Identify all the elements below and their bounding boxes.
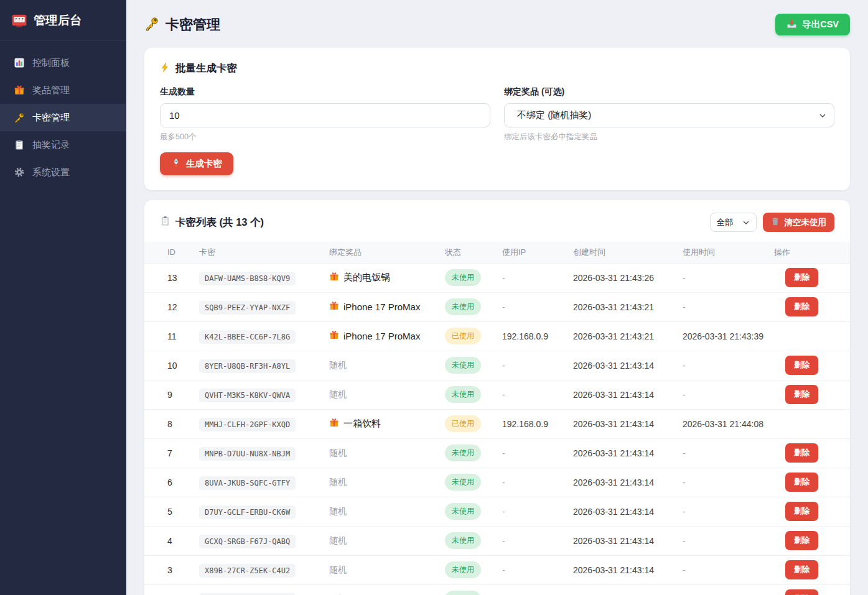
cell-prize: iPhone 17 ProMax (329, 330, 437, 342)
cell-ip: - (498, 468, 569, 497)
prize-field: 绑定奖品 (可选) 不绑定 (随机抽奖) 绑定后该卡密必中指定奖品 (504, 86, 834, 142)
svg-text:7: 7 (18, 17, 20, 21)
cell-used-at: - (679, 584, 770, 595)
status-badge: 未使用 (445, 561, 481, 578)
cell-used-at: - (679, 380, 770, 409)
delete-button[interactable]: 删除 (785, 297, 818, 316)
delete-button[interactable]: 删除 (785, 473, 818, 492)
prize-select[interactable]: 不绑定 (随机抽奖) (504, 103, 834, 127)
status-badge: 未使用 (445, 445, 481, 461)
app-title: 管理后台 (34, 12, 82, 29)
download-tray-icon (786, 19, 797, 31)
card-table: ID卡密绑定奖品状态使用IP创建时间使用时间操作 13DAFW-UAMS-B8S… (144, 242, 850, 595)
sidebar: 777 管理后台 控制面板奖品管理卡密管理抽奖记录系统设置 (0, 0, 126, 595)
sidebar-item-label: 抽奖记录 (32, 139, 70, 151)
delete-button[interactable]: 删除 (785, 531, 818, 550)
cell-prize: 随机 (329, 360, 347, 370)
status-badge: 未使用 (445, 269, 481, 286)
cell-id: 8 (144, 409, 195, 438)
status-badge: 已使用 (445, 415, 481, 432)
cell-created: 2026-03-31 21:43:14 (569, 438, 679, 468)
gift-icon (329, 418, 339, 430)
key-icon (144, 16, 159, 34)
cell-ip: - (498, 351, 569, 380)
quantity-field: 生成数量 最多500个 (160, 86, 490, 142)
sidebar-item-label: 系统设置 (32, 167, 70, 178)
gift-icon (329, 301, 339, 313)
generate-form: 生成数量 最多500个 绑定奖品 (可选) 不绑定 (随机抽奖) 绑定后该卡密必… (160, 86, 834, 142)
table-row: 108YER-U8QB-RF3H-A8YL随机未使用-2026-03-31 21… (144, 351, 850, 380)
prize-label: 绑定奖品 (可选) (504, 86, 834, 98)
clear-unused-button[interactable]: 清空未使用 (763, 213, 835, 232)
cell-id: 10 (144, 351, 195, 380)
card-code: SQB9-PEEZ-YYAP-NXZF (199, 301, 296, 315)
quantity-label: 生成数量 (160, 86, 490, 98)
prize-hint: 绑定后该卡密必中指定奖品 (504, 132, 834, 142)
cell-prize: 随机 (329, 535, 347, 545)
cell-id: 5 (144, 497, 195, 526)
cell-prize: 随机 (329, 477, 347, 487)
delete-button[interactable]: 删除 (785, 356, 818, 375)
status-badge: 已使用 (445, 328, 481, 344)
rocket-icon (171, 158, 181, 170)
cell-ip: - (498, 263, 569, 292)
cell-created: 2026-03-31 21:43:14 (569, 526, 679, 555)
table-row: 11K42L-BBEE-CC6P-7L8GiPhone 17 ProMax已使用… (144, 321, 850, 351)
cell-created: 2026-03-31 21:43:14 (569, 555, 679, 584)
cell-created: 2026-03-31 21:43:14 (569, 497, 679, 526)
cell-used-at: - (679, 292, 770, 321)
status-badge: 未使用 (445, 386, 481, 403)
delete-button[interactable]: 删除 (785, 385, 818, 404)
generate-button[interactable]: 生成卡密 (160, 152, 233, 175)
sidebar-item-settings[interactable]: 系统设置 (0, 159, 126, 186)
sidebar-item-prizes[interactable]: 奖品管理 (0, 76, 126, 104)
cell-prize: 美的电饭锅 (329, 272, 437, 284)
delete-button[interactable]: 删除 (785, 560, 818, 579)
card-list-card: 卡密列表 (共 13 个) 全部 清空未使用 (144, 200, 850, 595)
gift-icon (329, 330, 339, 342)
cell-prize: 随机 (329, 448, 347, 458)
batch-generate-card: 批量生成卡密 生成数量 最多500个 绑定奖品 (可选) 不绑定 (随机抽奖) … (144, 48, 850, 190)
sidebar-item-records[interactable]: 抽奖记录 (0, 131, 126, 159)
cell-used-at: 2026-03-31 21:43:39 (679, 321, 770, 351)
cell-created: 2026-03-31 21:43:14 (569, 468, 679, 497)
sidebar-item-label: 卡密管理 (32, 112, 70, 124)
cell-used-at: - (679, 351, 770, 380)
lightning-icon (160, 62, 170, 75)
card-code: QVHT-M3K5-K8KV-QWVA (199, 389, 296, 402)
delete-button[interactable]: 删除 (785, 502, 818, 521)
delete-button[interactable]: 删除 (785, 268, 818, 287)
status-badge: 未使用 (445, 474, 481, 491)
gear-icon (14, 167, 25, 178)
status-badge: 未使用 (445, 503, 481, 520)
clipboard-icon (14, 139, 25, 150)
export-csv-button[interactable]: 导出CSV (775, 14, 850, 35)
sidebar-item-label: 奖品管理 (32, 85, 70, 96)
quantity-input[interactable] (160, 103, 490, 127)
status-badge: 未使用 (445, 298, 481, 315)
cell-created: 2026-03-31 21:43:14 (569, 584, 679, 595)
status-badge: 未使用 (445, 532, 481, 549)
page-title-group: 卡密管理 (144, 16, 220, 34)
delete-button[interactable]: 删除 (785, 589, 818, 595)
cell-ip: 192.168.0.9 (498, 409, 569, 438)
column-header: 使用IP (498, 242, 569, 263)
cell-prize: 随机 (329, 506, 347, 516)
cell-created: 2026-03-31 21:43:26 (569, 263, 679, 292)
table-row: 68UVA-JKUB-SQFC-GTFY随机未使用-2026-03-31 21:… (144, 468, 850, 497)
sidebar-item-dashboard[interactable]: 控制面板 (0, 49, 126, 76)
app-logo: 777 管理后台 (0, 0, 126, 40)
cell-id: 13 (144, 263, 195, 292)
status-badge: 未使用 (445, 591, 481, 595)
cell-ip: - (498, 526, 569, 555)
cell-prize: 随机 (329, 565, 347, 574)
key-icon (14, 112, 25, 123)
cell-created: 2026-03-31 21:43:14 (569, 380, 679, 409)
cell-id: 6 (144, 468, 195, 497)
cell-used-at: - (679, 526, 770, 555)
sidebar-item-cards[interactable]: 卡密管理 (0, 104, 126, 131)
cell-prize: iPhone 17 ProMax (329, 301, 437, 313)
status-filter-select[interactable]: 全部 (710, 213, 757, 232)
delete-button[interactable]: 删除 (785, 443, 818, 463)
svg-text:7: 7 (22, 17, 24, 21)
